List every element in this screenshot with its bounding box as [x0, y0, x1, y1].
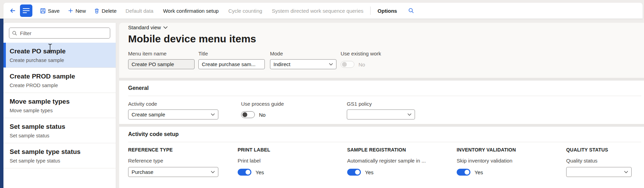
group-header: QUALITY STATUS — [566, 147, 632, 153]
hamburger-menu-button[interactable] — [20, 4, 32, 17]
delete-label: Delete — [102, 8, 116, 14]
field-label: Reference type — [128, 158, 238, 164]
skip-inventory-validation-toggle[interactable] — [457, 169, 470, 176]
field-menu-item-name: Menu item name — [128, 51, 198, 70]
record-list-sidebar: Create PO sample Create purchase sample … — [3, 23, 116, 188]
use-process-guide-toggle[interactable] — [241, 111, 255, 118]
group-header: PRINT LABEL — [238, 147, 347, 153]
toggle-state-label: Yes — [475, 169, 483, 175]
menu-item-system-directed-work-sequence-queries[interactable]: System directed work sequence queries — [268, 5, 367, 17]
activity-code-setup-section: Activity code setup REFERENCE TYPE Refer… — [119, 127, 644, 188]
main-content: Standard view Mobile device menu items M… — [119, 23, 644, 188]
list-item-title: Set sample type status — [10, 148, 110, 156]
reference-type-select-value: Purchase — [132, 169, 153, 175]
save-icon — [40, 8, 46, 14]
field-title: Title — [198, 51, 270, 70]
chevron-down-icon — [329, 63, 333, 65]
field-use-existing-work: Use existing work No — [341, 51, 430, 70]
trash-icon — [94, 8, 100, 14]
list-item-set-sample-type-status[interactable]: Set sample type status Set sample type s… — [3, 143, 116, 168]
quality-status-select[interactable] — [566, 167, 632, 177]
list-item-subtitle: Create PROD sample — [10, 82, 110, 88]
list-item-set-sample-status[interactable]: Set sample status Set sample status — [3, 118, 116, 143]
options-button[interactable]: Options — [373, 5, 401, 17]
field-label: Print label — [238, 158, 347, 164]
auto-register-sample-toggle[interactable] — [347, 169, 361, 176]
filter-input[interactable] — [19, 30, 107, 36]
back-button[interactable] — [7, 5, 19, 17]
toggle-state-label: Yes — [365, 169, 373, 175]
filter-search-icon — [12, 31, 17, 36]
list-item-title: Create PO sample — [10, 47, 110, 55]
action-pane: Save New Delete Default data Work confir… — [3, 3, 643, 19]
menu-item-name-input[interactable] — [128, 59, 195, 69]
field-label: Activity code — [128, 101, 241, 107]
mode-select[interactable]: Indirect — [270, 59, 336, 69]
field-label: Use process guide — [241, 101, 347, 107]
menu-item-cycle-counting[interactable]: Cycle counting — [224, 5, 266, 17]
field-label: Quality status — [566, 158, 632, 164]
filter-input-container — [9, 28, 110, 39]
general-section-title: General — [128, 85, 644, 92]
page-title: Mobile device menu items — [128, 33, 644, 45]
back-arrow-icon — [9, 8, 16, 14]
chevron-down-icon — [163, 26, 168, 29]
group-quality-status: QUALITY STATUS Quality status — [566, 147, 632, 177]
menu-item-work-confirmation-setup[interactable]: Work confirmation setup — [159, 5, 222, 17]
list-item-create-prod-sample[interactable]: Create PROD sample Create PROD sample — [3, 68, 116, 93]
list-item-subtitle: Set sample status — [10, 133, 110, 139]
left-nav-edge — [0, 19, 3, 188]
group-reference-type: REFERENCE TYPE Reference type Purchase — [128, 147, 238, 177]
activity-code-select[interactable]: Create sample — [128, 109, 218, 119]
print-label-toggle[interactable] — [238, 169, 251, 176]
mode-select-value: Indirect — [273, 61, 290, 67]
section-divider — [128, 96, 641, 96]
toggle-state-label: Yes — [256, 169, 264, 175]
chevron-down-icon — [624, 171, 628, 173]
page-header: Standard view Mobile device menu items M… — [119, 23, 644, 78]
toolbar-divider — [370, 7, 371, 15]
field-gs1-policy: GS1 policy — [347, 101, 415, 120]
title-input[interactable] — [198, 59, 265, 69]
toolbar-search-button[interactable] — [405, 5, 417, 17]
hamburger-icon — [23, 8, 30, 9]
new-button[interactable]: New — [64, 5, 89, 17]
field-label: Mode — [270, 51, 341, 57]
reference-type-select[interactable]: Purchase — [128, 167, 218, 177]
save-label: Save — [48, 8, 60, 14]
group-header: SAMPLE REGISTRATION — [347, 147, 457, 153]
section-gap — [119, 78, 644, 81]
list-item-title: Move sample types — [10, 97, 110, 106]
toggle-state-label: No — [259, 112, 266, 118]
activity-setup-groups-row: REFERENCE TYPE Reference type Purchase P… — [128, 147, 644, 177]
list-item-subtitle: Move sample types — [10, 107, 110, 114]
field-label: GS1 policy — [347, 101, 415, 107]
field-activity-code: Activity code Create sample — [128, 101, 241, 120]
section-gap — [119, 124, 644, 127]
view-selector-label: Standard view — [128, 24, 161, 30]
delete-button[interactable]: Delete — [91, 5, 120, 17]
general-section: General Activity code Create sample Use … — [119, 81, 644, 124]
field-use-process-guide: Use process guide No — [241, 101, 347, 120]
field-mode: Mode Indirect — [270, 51, 341, 70]
use-existing-work-toggle[interactable] — [341, 61, 354, 68]
field-label: Menu item name — [128, 51, 198, 57]
section-divider — [128, 142, 641, 142]
group-header: INVENTORY VALIDATION — [457, 147, 566, 153]
group-header: REFERENCE TYPE — [128, 147, 238, 153]
menu-item-default-data[interactable]: Default data — [122, 5, 158, 17]
toggle-state-label: No — [359, 62, 365, 67]
field-label: Skip inventory validation — [457, 158, 566, 164]
list-item-create-po-sample[interactable]: Create PO sample Create purchase sample — [3, 43, 116, 68]
list-item-title: Set sample status — [10, 123, 110, 131]
new-label: New — [75, 8, 86, 14]
view-selector[interactable]: Standard view — [128, 24, 168, 30]
chevron-down-icon — [211, 171, 215, 173]
save-button[interactable]: Save — [37, 5, 63, 17]
gs1-policy-select[interactable] — [347, 109, 415, 119]
chevron-down-icon — [211, 113, 215, 116]
chevron-down-icon — [407, 113, 412, 116]
list-item-subtitle: Create purchase sample — [10, 57, 110, 63]
list-item-move-sample-types[interactable]: Move sample types Move sample types — [3, 93, 116, 118]
field-label: Title — [198, 51, 270, 57]
